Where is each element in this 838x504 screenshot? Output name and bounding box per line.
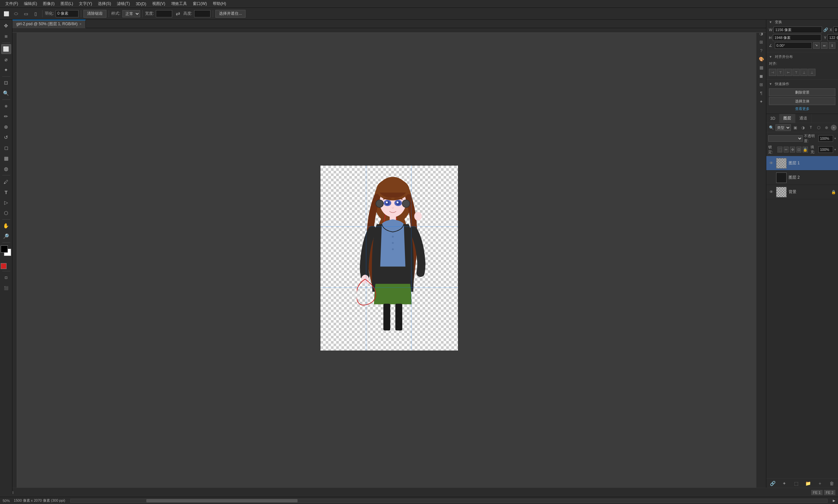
fill-arrow[interactable]: ▾ <box>834 148 836 151</box>
align-arrow[interactable]: ▼ <box>769 55 772 58</box>
color-icon[interactable]: 🎨 <box>757 55 765 63</box>
menu-item-select[interactable]: 选择(S) <box>95 0 113 7</box>
search-icon[interactable]: 🔍 <box>768 124 775 131</box>
patterns-icon[interactable]: ⊞ <box>757 80 765 88</box>
rectangle-marquee-icon[interactable]: ⬜ <box>2 10 11 18</box>
menu-item-image[interactable]: 图像(I) <box>40 0 57 7</box>
magic-wand-tool[interactable]: ✦ <box>1 65 11 75</box>
lock-all-icon[interactable]: 🔒 <box>803 147 808 152</box>
angle-input[interactable] <box>775 42 812 49</box>
gradients-icon[interactable]: ◼ <box>757 72 765 80</box>
fill-input[interactable] <box>818 146 833 153</box>
layer-1-item[interactable]: 👁 图层 1 <box>766 156 838 170</box>
move-tool[interactable]: ✥ <box>1 21 11 31</box>
height-input[interactable] <box>194 10 211 17</box>
align-center-h-icon[interactable]: ⊤ <box>777 69 784 76</box>
background-layer-item[interactable]: 👁 背景 🔒 <box>766 185 838 199</box>
ellipse-icon[interactable]: ⬭ <box>12 10 20 18</box>
styles-icon[interactable]: ✦ <box>757 97 765 105</box>
width-prop-input[interactable] <box>773 26 822 33</box>
dodge-tool[interactable]: ◍ <box>1 164 11 174</box>
align-left-icon[interactable]: ⊣ <box>769 69 776 76</box>
pen-tool[interactable]: 🖊 <box>1 177 11 186</box>
feather-input[interactable] <box>56 10 78 17</box>
quick-mask-icon[interactable]: ⊡ <box>1 273 11 283</box>
tab-close-btn[interactable]: × <box>79 22 82 26</box>
link-layers-icon[interactable]: 🔗 <box>769 480 776 487</box>
type-tool[interactable]: T <box>1 187 11 197</box>
hand-tool[interactable]: ✋ <box>1 221 11 231</box>
layers-tab[interactable]: 图层 <box>780 114 796 123</box>
swap-icon[interactable]: ⇄ <box>174 10 182 18</box>
layer-mask-icon[interactable]: ⬚ <box>792 480 800 487</box>
single-row-icon[interactable]: ▭ <box>22 10 30 18</box>
learn-icon[interactable]: ? <box>757 47 765 54</box>
flip-v-icon[interactable]: ⇕ <box>829 42 835 49</box>
spot-heal-tool[interactable]: ⊕ <box>1 101 11 111</box>
new-layer-icon[interactable]: + <box>816 480 824 487</box>
lock-transparent-icon[interactable]: ⬚ <box>778 147 782 152</box>
3d-tab[interactable]: 3D <box>766 114 780 123</box>
filter-toggle[interactable]: ● <box>831 125 837 130</box>
smart-filter-icon[interactable]: ⊕ <box>823 124 830 131</box>
menu-item-3d[interactable]: 3D(D) <box>133 1 149 7</box>
path-select-tool[interactable]: ▷ <box>1 198 11 208</box>
rectangular-marquee-tool[interactable]: ⬜ <box>1 44 11 54</box>
library-icon[interactable]: ⊞ <box>757 38 765 46</box>
lock-position-icon[interactable]: ✥ <box>790 147 795 152</box>
lock-artboard-icon[interactable]: ⊡ <box>797 147 801 152</box>
foreground-color-swatch[interactable] <box>1 246 8 253</box>
align-bottom-icon[interactable]: ⊥ <box>808 69 816 76</box>
history-brush-tool[interactable]: ↺ <box>1 132 11 142</box>
document-tab[interactable]: girl-2.psd @ 50% (图层 1, RGB/8#) × <box>13 20 86 28</box>
view-more-link[interactable]: 查看更多 <box>769 106 835 111</box>
layer-2-visibility[interactable]: 👁 <box>768 175 774 181</box>
y-prop-input[interactable] <box>827 34 838 41</box>
shape-filter-icon[interactable]: ⬡ <box>815 124 822 131</box>
menu-item-edit[interactable]: 编辑(E) <box>21 0 40 7</box>
opacity-input[interactable] <box>818 135 833 142</box>
new-group-icon[interactable]: 📁 <box>805 480 812 487</box>
blend-mode-select[interactable]: 正常 <box>768 135 803 142</box>
menu-item-file[interactable]: 文件(F) <box>3 0 21 7</box>
x-prop-input[interactable] <box>834 26 838 33</box>
flip-h-icon[interactable]: ⇔ <box>821 42 827 49</box>
align-top-icon[interactable]: ⊤ <box>792 69 800 76</box>
eyedropper-tool[interactable]: 🔍 <box>1 88 11 98</box>
refine-edge-btn[interactable]: 选择并遮住... <box>215 10 246 18</box>
height-prop-input[interactable] <box>773 34 821 41</box>
zoom-tool[interactable]: 🔎 <box>1 231 11 241</box>
angle-unit-select[interactable]: °▾ <box>813 42 820 49</box>
menu-item-layer[interactable]: 图层(L) <box>58 0 76 7</box>
channels-tab[interactable]: 通道 <box>796 114 812 123</box>
swatches-icon[interactable]: ▦ <box>757 64 765 71</box>
remove-bg-btn[interactable]: 删除背景 <box>769 88 835 96</box>
menu-item-help[interactable]: 帮助(H) <box>210 0 229 7</box>
menu-item-window[interactable]: 窗口(W) <box>190 0 210 7</box>
menu-item-filter[interactable]: 滤镜(T) <box>114 0 132 7</box>
clear-aliasing-btn[interactable]: 清除锯齿 <box>84 10 106 18</box>
layer-1-visibility[interactable]: 👁 <box>768 160 774 166</box>
menu-item-view[interactable]: 视图(V) <box>149 0 168 7</box>
width-input[interactable] <box>156 10 172 17</box>
select-subject-btn[interactable]: 选择主体 <box>769 97 835 105</box>
align-right-icon[interactable]: ⊢ <box>785 69 792 76</box>
single-col-icon[interactable]: ▯ <box>32 10 40 18</box>
lasso-tool[interactable]: ⌀ <box>1 55 11 65</box>
quick-actions-arrow[interactable]: ▼ <box>769 82 772 86</box>
stamp-tool[interactable]: ⊗ <box>1 122 11 132</box>
red-color-swatch[interactable] <box>1 263 6 269</box>
layer-effects-icon[interactable]: ✦ <box>781 480 788 487</box>
align-middle-v-icon[interactable]: ⊥ <box>800 69 807 76</box>
layer-type-filter[interactable]: 类型 <box>775 124 791 131</box>
crop-tool[interactable]: ⊡ <box>1 78 11 88</box>
opacity-arrow[interactable]: ▾ <box>834 137 836 140</box>
paragraph-icon[interactable]: ¶ <box>757 89 765 97</box>
menu-item-text[interactable]: 文字(Y) <box>76 0 95 7</box>
gradient-tool[interactable]: ▦ <box>1 154 11 163</box>
artboard-tool[interactable]: ⊞ <box>1 32 11 41</box>
layer-2-item[interactable]: 👁 图层 2 <box>766 170 838 185</box>
bg-visibility[interactable]: 👁 <box>768 189 774 195</box>
eraser-tool[interactable]: ◻ <box>1 143 11 153</box>
screen-mode-icon[interactable]: ⬛ <box>1 283 11 293</box>
